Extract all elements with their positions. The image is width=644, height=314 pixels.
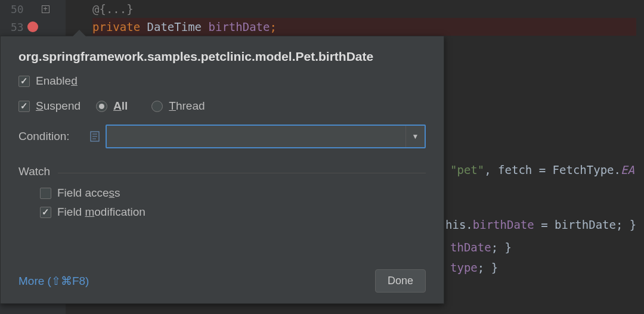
radio-thread-label: Thread [169, 100, 205, 113]
done-button[interactable]: Done [375, 269, 426, 293]
suspend-label[interactable]: Suspend [36, 100, 80, 113]
breakpoint-title: org.springframework.samples.petclinic.mo… [18, 49, 426, 64]
identifier: birthDate [473, 218, 534, 231]
code-text: = birthDate; } [534, 218, 637, 231]
enabled-row: Enabled [18, 74, 426, 88]
code-line-53: private DateTime birthDate; [92, 18, 636, 36]
gutter-line-50: 50 + [0, 0, 66, 18]
condition-input[interactable] [107, 126, 405, 147]
suspend-radio-group: All Thread [96, 100, 205, 113]
condition-label: Condition: [18, 130, 90, 143]
label-text: Field [57, 206, 85, 218]
mnemonic: m [85, 206, 94, 218]
semicolon: ; [270, 20, 276, 33]
field-access-label[interactable]: Field access [57, 186, 120, 200]
radio-all-input[interactable] [96, 101, 107, 112]
mnemonic: A [113, 100, 122, 112]
enabled-label[interactable]: Enabled [36, 74, 78, 88]
popup-arrow [72, 30, 86, 37]
label-text: ll [122, 100, 128, 112]
field-modification-row: Field modification [18, 206, 426, 219]
identifier: type [450, 261, 478, 274]
label-text: hread [176, 100, 205, 112]
mnemonic: S [36, 100, 44, 112]
more-link[interactable]: More (⇧⌘F8) [18, 274, 89, 288]
label-text: odification [94, 206, 145, 218]
field-modification-label[interactable]: Field modification [57, 206, 145, 219]
enabled-checkbox[interactable] [18, 76, 30, 87]
radio-all[interactable]: All [96, 100, 128, 113]
label-text: Enable [36, 74, 71, 87]
mnemonic: d [71, 74, 78, 87]
gutter-line-53[interactable]: 53 [0, 18, 66, 36]
field-access-row: Field access [18, 186, 426, 200]
label-text: s [114, 186, 120, 199]
condition-row: Condition: ▼ [18, 125, 426, 148]
breakpoint-icon[interactable] [27, 21, 38, 32]
line-number: 50 [11, 3, 24, 15]
condition-dropdown[interactable]: ▼ [405, 126, 425, 147]
suspend-checkbox[interactable] [18, 101, 30, 112]
history-icon[interactable] [90, 131, 101, 142]
identifier: birthDate [209, 20, 270, 33]
code-line-50: @{...} [92, 0, 636, 18]
condition-input-wrapper: ▼ [106, 125, 426, 148]
constant: EA [621, 163, 634, 176]
radio-all-label: All [113, 100, 128, 113]
field-access-checkbox[interactable] [40, 188, 51, 199]
watch-title: Watch [18, 165, 426, 178]
code-text: his. [445, 218, 473, 231]
keyword: private [92, 20, 140, 33]
popup-footer: More (⇧⌘F8) Done [18, 269, 426, 293]
code-text: , fetch = FetchType. [484, 163, 621, 176]
fold-icon[interactable]: + [42, 5, 49, 13]
folded-region[interactable]: @{...} [92, 2, 134, 15]
label-text: uspend [44, 100, 80, 112]
type-name: DateTime [147, 20, 202, 33]
mnemonic: T [169, 100, 176, 112]
code-text: ; } [478, 261, 498, 274]
radio-thread[interactable]: Thread [151, 100, 205, 113]
radio-thread-input[interactable] [151, 101, 163, 112]
identifier: thDate [450, 241, 491, 254]
line-number: 53 [11, 21, 24, 33]
watch-section: Watch Field access Field modification [18, 165, 426, 219]
mnemonic: s [109, 186, 115, 199]
label-text: Field acce [57, 186, 109, 199]
breakpoint-popup: org.springframework.samples.petclinic.mo… [0, 36, 444, 304]
field-modification-checkbox[interactable] [40, 207, 51, 218]
code-text: ; } [491, 241, 512, 254]
suspend-row: Suspend All Thread [18, 100, 426, 113]
string-literal: "pet" [450, 163, 484, 176]
